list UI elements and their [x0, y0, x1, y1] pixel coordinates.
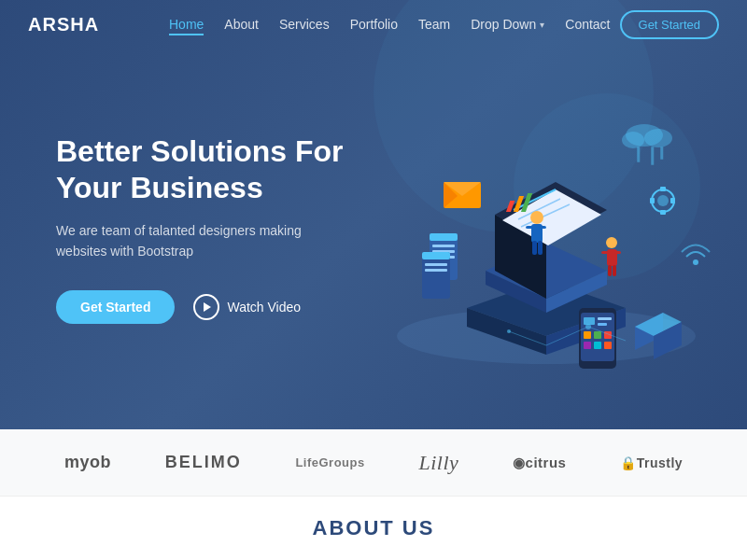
svg-rect-29: [598, 323, 607, 326]
nav-item-team[interactable]: Team: [418, 16, 450, 33]
nav-item-about[interactable]: About: [224, 16, 259, 33]
play-icon: [193, 294, 219, 320]
brand-belimo: BELIMO: [165, 453, 242, 472]
svg-point-40: [644, 129, 672, 147]
navbar: ARSHA Home About Services Portfolio Team…: [0, 0, 747, 49]
svg-rect-61: [601, 251, 608, 254]
svg-rect-24: [425, 269, 447, 272]
about-title: ABOUT US: [313, 516, 435, 540]
brand-citrus: ◉citrus: [513, 455, 566, 471]
brand-myob: myob: [64, 453, 111, 472]
brands-bar: myob BELIMO LifeGroups Lilly ◉citrus 🔒Tr…: [0, 429, 747, 497]
brand-lifegroups: LifeGroups: [295, 455, 364, 469]
svg-rect-42: [638, 147, 640, 161]
svg-rect-55: [526, 226, 533, 229]
svg-point-41: [622, 132, 644, 148]
hero-illustration: [374, 37, 719, 392]
svg-rect-63: [608, 265, 612, 276]
watch-video-label: Watch Video: [227, 300, 301, 315]
svg-rect-33: [584, 342, 591, 349]
svg-rect-31: [594, 331, 601, 339]
nav-link-portfolio[interactable]: Portfolio: [350, 17, 398, 32]
nav-item-services[interactable]: Services: [279, 16, 330, 33]
svg-rect-17: [430, 233, 458, 241]
nav-get-started-button[interactable]: Get Started: [620, 10, 719, 39]
nav-item-portfolio[interactable]: Portfolio: [350, 16, 398, 33]
svg-rect-69: [650, 198, 655, 203]
nav-item-dropdown[interactable]: Drop Down ▾: [471, 17, 544, 32]
isometric-svg: [374, 37, 719, 392]
svg-rect-68: [660, 210, 666, 215]
nav-link-team[interactable]: Team: [418, 17, 450, 32]
nav-item-home[interactable]: Home: [169, 16, 204, 33]
svg-point-59: [606, 237, 617, 248]
hero-section: ARSHA Home About Services Portfolio Team…: [0, 0, 747, 429]
nav-link-services[interactable]: Services: [279, 17, 330, 32]
svg-rect-23: [425, 263, 447, 266]
hero-content: Better Solutions For Your Business We ar…: [0, 133, 355, 324]
svg-rect-22: [422, 252, 450, 259]
svg-rect-18: [432, 245, 455, 247]
brand-trustly: 🔒Trustly: [620, 455, 683, 470]
nav-link-about[interactable]: About: [224, 17, 259, 32]
svg-point-71: [693, 259, 698, 265]
hero-subtitle: We are team of talanted designers making…: [56, 220, 317, 262]
svg-rect-44: [661, 147, 663, 159]
nav-links: Home About Services Portfolio Team Drop …: [169, 16, 611, 33]
brand-logo: ARSHA: [28, 14, 99, 35]
svg-rect-57: [532, 241, 537, 255]
hero-title: Better Solutions For Your Business: [56, 133, 355, 205]
svg-rect-67: [660, 187, 666, 191]
hero-get-started-button[interactable]: Get Started: [56, 290, 175, 324]
play-triangle-icon: [204, 302, 211, 312]
svg-rect-56: [539, 226, 546, 229]
brand-lilly: Lilly: [418, 451, 458, 475]
svg-rect-58: [538, 241, 543, 255]
svg-rect-30: [584, 331, 591, 339]
svg-rect-34: [594, 342, 601, 349]
chevron-down-icon: ▾: [540, 20, 544, 30]
svg-point-53: [530, 211, 543, 224]
svg-rect-70: [670, 198, 675, 203]
svg-rect-27: [584, 317, 595, 325]
nav-item-contact[interactable]: Contact: [565, 16, 610, 33]
svg-point-52: [507, 329, 511, 333]
about-section: ABOUT US: [0, 497, 747, 560]
svg-rect-62: [614, 251, 621, 254]
svg-rect-43: [652, 147, 654, 164]
svg-point-66: [657, 195, 669, 206]
svg-point-50: [585, 324, 591, 329]
hero-buttons: Get Started Watch Video: [56, 290, 355, 324]
svg-rect-28: [598, 317, 612, 320]
nav-link-contact[interactable]: Contact: [565, 17, 610, 32]
svg-rect-35: [604, 342, 612, 349]
nav-link-home[interactable]: Home: [169, 17, 204, 35]
svg-rect-64: [613, 265, 616, 276]
nav-link-dropdown[interactable]: Drop Down: [471, 17, 536, 32]
hero-watch-video-button[interactable]: Watch Video: [193, 294, 301, 320]
